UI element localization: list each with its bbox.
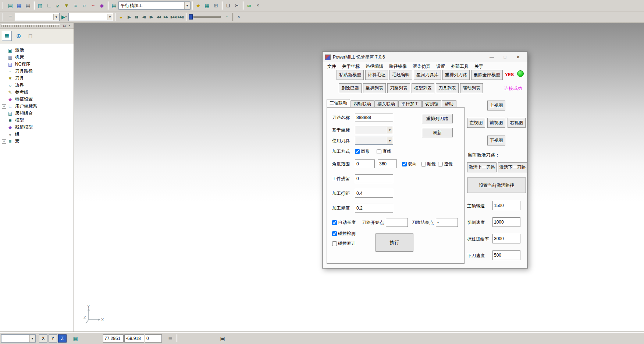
expand-icon[interactable] [2, 104, 6, 109]
plunge-feed-input[interactable] [492, 250, 520, 260]
scissors-icon[interactable]: ✂ [232, 1, 241, 10]
close-toolbar-icon[interactable]: × [253, 1, 262, 10]
tool-icon[interactable]: ▼ [62, 1, 71, 10]
coord-y-input[interactable] [124, 334, 144, 343]
chevron-down-icon[interactable]: ▼ [387, 137, 392, 144]
tool-library-button[interactable]: 星河刀具库 [414, 70, 441, 80]
close-panel-icon[interactable]: × [67, 24, 72, 28]
toolpath-select-icon[interactable]: ▶▾ [60, 13, 68, 21]
tab-3axis[interactable]: 三轴联动 [327, 99, 350, 107]
tree-item-groups[interactable]: ●组 [0, 131, 74, 138]
auto-length-checkbox[interactable] [332, 220, 337, 225]
statusbar-grip[interactable] [177, 334, 178, 342]
slider-handle[interactable] [189, 14, 193, 20]
clamp-icon[interactable]: ⊔ [224, 1, 232, 10]
toolpath-icon[interactable]: ≈ [71, 1, 80, 10]
cutting-feed-input[interactable] [492, 217, 520, 227]
toolbar-grip[interactable] [2, 2, 4, 9]
tree-item-models[interactable]: ■模型 [0, 117, 74, 124]
tree-item-nc-programs[interactable]: ▤NC程序 [0, 61, 74, 68]
tree-item-feature-sets[interactable]: ◆特征设置 [0, 96, 74, 103]
workplane-select[interactable]: ▼ [355, 126, 393, 134]
globe-icon[interactable]: ⊕ [14, 31, 24, 41]
play-icon[interactable]: ▶ [125, 13, 133, 21]
tab-saw[interactable]: 切割锯 [422, 100, 441, 107]
set-active-path-button[interactable]: 设置当前激活路径 [467, 178, 526, 193]
measure-icon[interactable]: ⌀ [53, 1, 62, 10]
activate-prev-toolpath-button[interactable]: 激活上一刀路 [467, 162, 497, 172]
execute-button[interactable]: 执行 [376, 234, 413, 252]
delete-all-models-button[interactable]: 删除全部模型 [471, 70, 503, 80]
axis-x-button[interactable]: X [39, 334, 47, 343]
start-point-input[interactable] [386, 218, 408, 227]
panel-drag-handle[interactable] [1, 24, 60, 27]
menu-path-mirror[interactable]: 路径镜像 [386, 63, 410, 70]
bulb-icon[interactable]: ◒ [117, 13, 125, 21]
pattern-icon[interactable]: ~ [89, 1, 97, 10]
chevron-down-icon[interactable]: ▼ [29, 335, 35, 342]
chevron-down-icon[interactable]: ▼ [387, 127, 392, 133]
tool-list-button[interactable]: 刀具列表 [436, 83, 459, 93]
edit-block-button[interactable]: 毛坯编辑 [389, 70, 412, 80]
tool-select[interactable]: ▼ [355, 137, 393, 145]
left-view-button[interactable]: 左视图 [467, 118, 485, 128]
tab-help[interactable]: 帮助 [442, 100, 456, 107]
tree-item-boundaries[interactable]: ○边界 [0, 82, 74, 89]
grid-snap-icon[interactable]: ▦ [71, 334, 79, 343]
window-pages-icon[interactable]: ▣ [218, 334, 227, 343]
line-checkbox[interactable] [377, 149, 381, 154]
maximize-icon[interactable]: □ [498, 52, 512, 62]
tree-item-workplanes[interactable]: ∟用户坐标系 [0, 103, 74, 110]
step-forward-icon[interactable]: ▮▶ [147, 13, 155, 21]
print-icon[interactable]: ▤ [24, 1, 32, 10]
save-icon[interactable]: ▦ [15, 1, 24, 10]
bottom-view-button[interactable]: 下视图 [487, 136, 505, 145]
pause-icon[interactable]: ▮▮ [133, 13, 140, 21]
tree-item-macros[interactable]: ≡宏 [0, 138, 74, 145]
lock-icon[interactable]: ⊓ [25, 31, 35, 41]
menu-external-tools[interactable]: 外部工具 [448, 63, 472, 70]
step-back-icon[interactable]: ◀▮ [140, 13, 147, 21]
tree-item-levels[interactable]: ▤层和组合 [0, 110, 74, 117]
expand-icon[interactable] [2, 139, 6, 144]
menu-path-edit[interactable]: 路径编辑 [363, 63, 386, 70]
binoculars-icon[interactable]: ∞ [245, 1, 253, 10]
tab-tilt-head[interactable]: 摆头联动 [374, 100, 398, 107]
chevron-down-icon[interactable]: ▼ [107, 14, 113, 20]
model-list-button[interactable]: 模型列表 [412, 83, 434, 93]
explorer-tree-icon[interactable]: ≣ [2, 31, 12, 41]
stepover-input[interactable] [355, 189, 393, 198]
tree-item-activate[interactable]: ▣激活 [0, 47, 74, 54]
coord-z-input[interactable] [145, 334, 162, 343]
tab-parallel[interactable]: 平行加工 [398, 100, 422, 107]
grid-icon[interactable]: ▦ [203, 1, 211, 10]
tool-combobox[interactable]: ▼ [68, 13, 113, 21]
paste-new-model-button[interactable]: 粘贴新模型 [337, 70, 364, 80]
axis-z-button[interactable]: Z [58, 334, 67, 343]
angle-end-input[interactable] [378, 159, 397, 168]
menu-workplane[interactable]: 关于坐标 [339, 63, 363, 70]
compute-block-button[interactable]: 计算毛坯 [365, 70, 388, 80]
reorder-toolpaths-button[interactable]: 重排列刀路 [442, 70, 470, 80]
close-toolbar-icon[interactable]: × [234, 13, 243, 21]
activate-next-toolpath-button[interactable]: 激活下一刀路 [498, 162, 527, 172]
tree-item-patterns[interactable]: ✎参考线 [0, 89, 74, 96]
climb-checkbox[interactable] [421, 162, 426, 166]
right-view-button[interactable]: 右视图 [508, 118, 526, 128]
spindle-speed-input[interactable] [492, 201, 520, 210]
minimize-icon[interactable]: — [485, 52, 498, 62]
circle-checkbox[interactable] [355, 149, 360, 154]
toolbar-grip[interactable] [2, 13, 4, 21]
chevron-down-icon[interactable]: ▼ [184, 2, 190, 9]
tree-item-toolpaths[interactable]: ≈刀具路径 [0, 68, 74, 75]
toolpath-name-input[interactable] [355, 113, 393, 122]
front-view-button[interactable]: 前视图 [487, 118, 505, 128]
angle-start-input[interactable] [355, 159, 375, 168]
levels-icon[interactable]: ▤ [110, 1, 118, 10]
workplane-list-button[interactable]: 坐标列表 [363, 83, 386, 93]
skim-feed-input[interactable] [492, 234, 520, 243]
star-icon[interactable]: ★ [194, 1, 203, 10]
end-point-input[interactable] [436, 218, 458, 227]
menu-settings[interactable]: 设置 [433, 63, 448, 70]
coord-x-input[interactable] [103, 334, 124, 343]
